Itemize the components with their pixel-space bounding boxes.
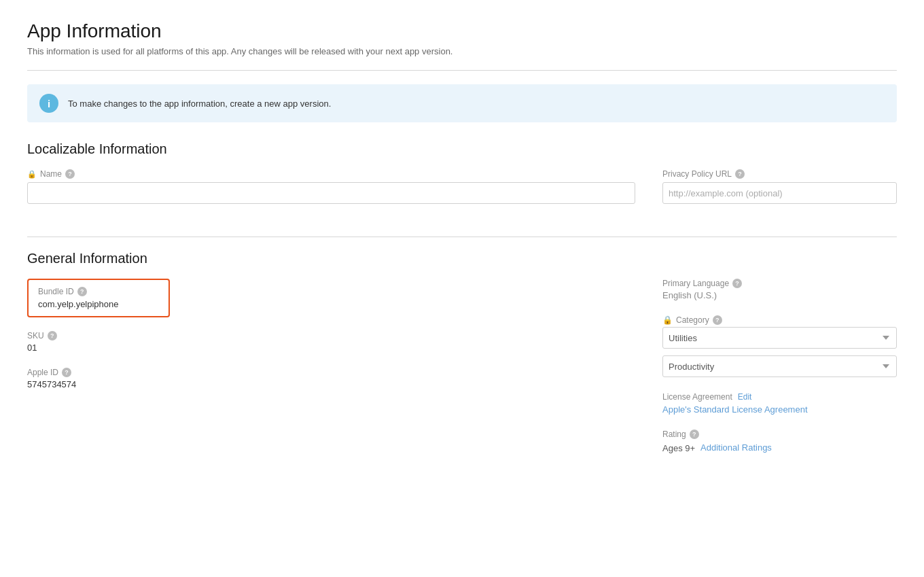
additional-ratings-link[interactable]: Additional Ratings — [700, 442, 772, 453]
license-edit-link[interactable]: Edit — [738, 392, 752, 402]
banner-text: To make changes to the app information, … — [68, 99, 331, 109]
name-help-icon[interactable]: ? — [65, 169, 75, 179]
page-subtitle: This information is used for all platfor… — [27, 46, 897, 56]
localizable-right-col: Privacy Policy URL ? — [662, 169, 897, 217]
general-left-col: Bundle ID ? com.yelp.yelpiphone SKU ? 01 — [27, 279, 635, 468]
app-information-page: App Information This information is used… — [0, 0, 924, 577]
page-title: App Information — [27, 20, 897, 42]
sku-help-icon[interactable]: ? — [48, 331, 57, 340]
bundle-id-box: Bundle ID ? com.yelp.yelpiphone — [27, 279, 170, 317]
privacy-policy-field-group: Privacy Policy URL ? — [662, 169, 897, 204]
license-row: License Agreement Edit — [662, 392, 897, 402]
rating-row: Ages 9+ Additional Ratings — [662, 441, 897, 453]
privacy-policy-label: Privacy Policy URL ? — [662, 169, 897, 179]
sku-value: 01 — [27, 343, 635, 353]
subcategory-select[interactable]: Productivity Utilities Games — [662, 355, 897, 377]
localizable-left-col: 🔒 Name ? — [27, 169, 635, 217]
privacy-policy-help-icon[interactable]: ? — [735, 169, 745, 179]
subcategory-select-wrapper: Productivity Utilities Games — [662, 355, 897, 377]
section-divider — [27, 237, 897, 237]
bundle-id-help-icon[interactable]: ? — [77, 287, 87, 296]
category-lock-icon: 🔒 — [662, 315, 673, 325]
apple-id-help-icon[interactable]: ? — [62, 368, 71, 377]
rating-field: Rating ? Ages 9+ Additional Ratings — [662, 430, 897, 453]
header-divider — [27, 70, 897, 71]
rating-help-icon[interactable]: ? — [690, 430, 699, 439]
general-section-title: General Information — [27, 251, 897, 266]
bundle-id-value: com.yelp.yelpiphone — [38, 299, 159, 309]
localizable-fields-row: 🔒 Name ? Privacy Policy URL ? — [27, 169, 897, 217]
localizable-section: Localizable Information 🔒 Name ? Privacy… — [27, 141, 897, 217]
license-agreement-link[interactable]: Apple's Standard License Agreement — [662, 404, 897, 415]
general-section: General Information Bundle ID ? com.yelp… — [27, 251, 897, 468]
name-lock-icon: 🔒 — [27, 170, 37, 179]
bundle-id-label: Bundle ID ? — [38, 287, 159, 296]
general-right-col: Primary Language ? English (U.S.) 🔒 Cate… — [662, 279, 897, 468]
primary-language-value: English (U.S.) — [662, 290, 897, 300]
category-label: 🔒 Category ? — [662, 315, 897, 325]
primary-language-help-icon[interactable]: ? — [732, 279, 742, 288]
name-field-group: 🔒 Name ? — [27, 169, 635, 204]
category-select[interactable]: Utilities Games Productivity Social Netw… — [662, 327, 897, 349]
primary-language-label: Primary Language ? — [662, 279, 897, 288]
name-label: 🔒 Name ? — [27, 169, 635, 179]
info-banner: i To make changes to the app information… — [27, 84, 897, 122]
info-icon: i — [39, 94, 58, 113]
sku-label: SKU ? — [27, 331, 635, 340]
license-field: License Agreement Edit Apple's Standard … — [662, 392, 897, 415]
category-select-wrapper: Utilities Games Productivity Social Netw… — [662, 327, 897, 349]
rating-value: Ages 9+ — [662, 443, 695, 453]
rating-label: Rating ? — [662, 430, 897, 439]
privacy-policy-input[interactable] — [662, 182, 897, 204]
name-input[interactable] — [27, 182, 635, 204]
apple-id-value: 5745734574 — [27, 379, 635, 389]
general-fields-row: Bundle ID ? com.yelp.yelpiphone SKU ? 01 — [27, 279, 897, 468]
sku-field: SKU ? 01 — [27, 331, 635, 353]
category-field: 🔒 Category ? Utilities Games Productivit… — [662, 315, 897, 377]
primary-language-field: Primary Language ? English (U.S.) — [662, 279, 897, 300]
license-label: License Agreement — [662, 392, 732, 402]
apple-id-field: Apple ID ? 5745734574 — [27, 368, 635, 389]
localizable-section-title: Localizable Information — [27, 141, 897, 157]
apple-id-label: Apple ID ? — [27, 368, 635, 377]
category-help-icon[interactable]: ? — [713, 315, 722, 325]
